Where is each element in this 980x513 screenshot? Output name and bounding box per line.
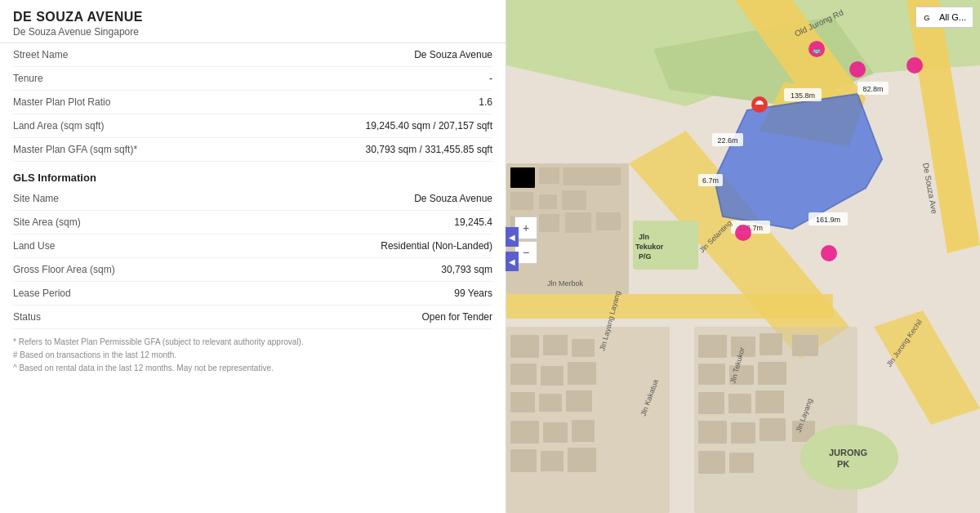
general-info-row: Land Area (sqm sqft) 19,245.40 sqm / 207…	[13, 114, 492, 138]
general-info-row: Master Plan GFA (sqm sqft)* 30,793 sqm /…	[13, 138, 492, 162]
gls-info-row: Land Use Residential (Non-Landed)	[13, 234, 492, 258]
svg-point-80	[849, 61, 866, 78]
row-label: Land Area (sqm sqft)	[13, 120, 176, 132]
row-value: Open for Tender	[176, 311, 492, 323]
footnote: * Refers to Master Plan Permissible GFA …	[13, 336, 492, 349]
svg-rect-33	[543, 422, 568, 443]
footnote: # Based on transactions in the last 12 m…	[13, 349, 492, 362]
row-value: 30,793 sqm / 331,455.85 sqft	[176, 144, 492, 155]
panel-title: DE SOUZA AVENUE	[13, 10, 492, 25]
general-info-row: Tenure -	[13, 67, 492, 91]
svg-rect-11	[510, 167, 535, 188]
gls-rows: Site Name De Souza Avenue Site Area (sqm…	[13, 187, 492, 329]
svg-point-55	[800, 425, 898, 490]
row-value: 30,793 sqm	[176, 264, 492, 275]
row-label: Tenure	[13, 73, 176, 84]
svg-marker-7	[506, 294, 833, 319]
row-label: Site Area (sqm)	[13, 216, 176, 228]
gls-info-row: Lease Period 99 Years	[13, 282, 492, 306]
gls-section-header: GLS Information	[13, 162, 492, 187]
row-label: Street Name	[13, 49, 176, 60]
panel-header: DE SOUZA AVENUE De Souza Avenue Singapor…	[0, 0, 506, 43]
gls-info-row: Status Open for Tender	[13, 306, 492, 329]
svg-rect-34	[572, 420, 595, 442]
row-label: Master Plan GFA (sqm sqft)*	[13, 144, 176, 155]
general-info-row: Street Name De Souza Avenue	[13, 43, 492, 67]
svg-text:G: G	[924, 14, 929, 22]
svg-rect-31	[566, 390, 592, 412]
svg-rect-15	[539, 194, 557, 209]
svg-rect-23	[510, 335, 539, 358]
row-value: De Souza Avenue	[176, 49, 492, 60]
row-value: 19,245.4	[176, 216, 492, 228]
svg-rect-35	[510, 449, 537, 472]
svg-rect-39	[698, 335, 727, 358]
svg-rect-53	[698, 451, 725, 474]
svg-text:82.8m: 82.8m	[862, 85, 883, 93]
google-maps-button[interactable]: G All G...	[915, 7, 973, 28]
row-label: Site Name	[13, 193, 176, 204]
svg-rect-14	[510, 192, 533, 210]
panel-toggle-up[interactable]: ◀	[506, 227, 519, 247]
info-panel: DE SOUZA AVENUE De Souza Avenue Singapor…	[0, 0, 506, 513]
map-top-buttons: G All G...	[915, 7, 973, 28]
footnotes: * Refers to Master Plan Permissible GFA …	[13, 336, 492, 375]
svg-rect-27	[541, 366, 564, 386]
svg-rect-13	[564, 167, 592, 185]
svg-rect-26	[510, 364, 537, 385]
row-value: 1.6	[176, 96, 492, 108]
row-label: Land Use	[13, 240, 176, 252]
google-maps-label: All G...	[939, 12, 966, 22]
gls-info-row: Gross Floor Area (sqm) 30,793 sqm	[13, 258, 492, 282]
svg-rect-48	[755, 390, 784, 413]
svg-text:PK: PK	[837, 459, 849, 469]
general-rows: Street Name De Souza Avenue Tenure - Mas…	[13, 43, 492, 162]
google-icon: G	[923, 11, 936, 24]
toggle-up-icon: ◀	[509, 233, 515, 242]
row-value: -	[176, 73, 492, 84]
svg-rect-43	[698, 364, 725, 385]
svg-rect-36	[541, 451, 564, 471]
map-panel[interactable]: JURONG PK Jln Tekukor P/G 135.8m 82.8m 2…	[506, 0, 980, 513]
svg-rect-46	[698, 392, 724, 414]
row-value: 19,245.40 sqm / 207,157 sqft	[176, 120, 492, 132]
row-label: Gross Floor Area (sqm)	[13, 264, 176, 275]
svg-text:22.6m: 22.6m	[717, 136, 737, 145]
svg-rect-28	[568, 362, 596, 385]
svg-rect-16	[562, 190, 586, 210]
row-value: De Souza Avenue	[176, 193, 492, 204]
svg-rect-51	[760, 418, 786, 441]
svg-rect-49	[698, 421, 727, 444]
panel-subtitle: De Souza Avenue Singapore	[13, 26, 492, 38]
panel-toggle-down[interactable]: ◀	[506, 252, 519, 271]
row-value: 99 Years	[176, 288, 492, 299]
svg-rect-54	[729, 453, 754, 473]
svg-rect-24	[543, 335, 568, 355]
row-label: Lease Period	[13, 288, 176, 299]
svg-rect-50	[731, 422, 755, 444]
gls-info-row: Site Name De Souza Avenue	[13, 187, 492, 211]
svg-rect-30	[539, 394, 562, 412]
svg-text:135.8m: 135.8m	[791, 91, 815, 100]
svg-rect-32	[510, 421, 539, 444]
toggle-down-icon: ◀	[509, 257, 515, 266]
map-zoom-controls: + −	[514, 216, 972, 265]
svg-rect-42	[792, 335, 818, 356]
svg-text:Jln Merbok: Jln Merbok	[547, 279, 584, 288]
svg-rect-29	[510, 392, 535, 413]
svg-rect-25	[572, 339, 595, 357]
svg-rect-47	[728, 394, 751, 413]
row-label: Master Plan Plot Ratio	[13, 96, 176, 108]
svg-rect-12	[539, 167, 559, 184]
svg-text:6.7m: 6.7m	[702, 176, 719, 185]
panel-content[interactable]: Street Name De Souza Avenue Tenure - Mas…	[0, 43, 506, 513]
svg-rect-45	[758, 362, 786, 385]
svg-text:JURONG: JURONG	[829, 448, 867, 457]
svg-text:🚌: 🚌	[813, 46, 821, 54]
row-label: Status	[13, 311, 176, 323]
svg-point-83	[906, 57, 923, 74]
footnote: ^ Based on rental data in the last 12 mo…	[13, 362, 492, 375]
general-info-row: Master Plan Plot Ratio 1.6	[13, 91, 492, 114]
row-value: Residential (Non-Landed)	[176, 240, 492, 252]
svg-rect-37	[568, 448, 596, 472]
